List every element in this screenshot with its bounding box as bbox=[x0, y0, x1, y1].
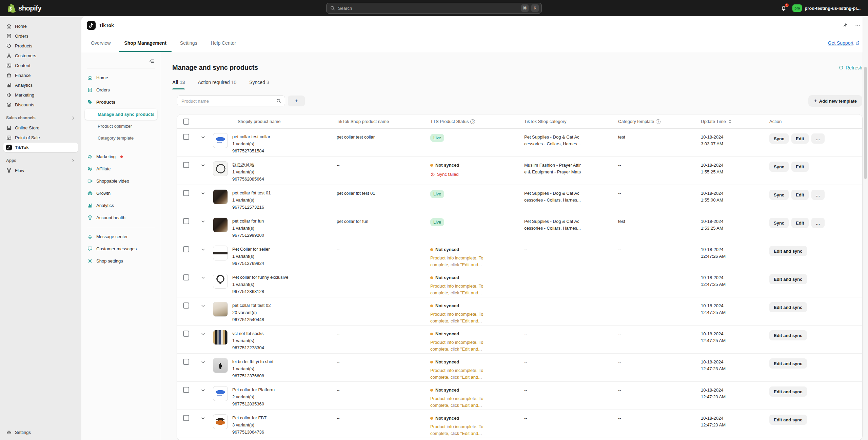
sidebar-item-online-store[interactable]: Online Store bbox=[3, 123, 78, 132]
app-tab-shop-management[interactable]: Shop Management bbox=[124, 34, 166, 52]
expand-row-chevron-icon[interactable] bbox=[201, 332, 205, 336]
row-checkbox[interactable] bbox=[183, 274, 189, 280]
add-new-template-button[interactable]: + Add new template bbox=[808, 95, 862, 107]
app-tab-overview[interactable]: Overview bbox=[91, 34, 111, 52]
expand-row-chevron-icon[interactable] bbox=[201, 275, 205, 280]
product-search-field[interactable] bbox=[177, 96, 285, 106]
app-sidebar-subitem-product-optimizer[interactable]: Product optimizer bbox=[85, 121, 157, 132]
sync-button[interactable]: Sync bbox=[769, 133, 789, 144]
app-tab-help-center[interactable]: Help Center bbox=[211, 34, 236, 52]
row-checkbox[interactable] bbox=[183, 415, 189, 421]
sidebar-item-analytics[interactable]: Analytics bbox=[3, 80, 78, 90]
expand-row-chevron-icon[interactable] bbox=[201, 247, 205, 252]
app-sidebar-item-orders[interactable]: Orders bbox=[84, 84, 158, 96]
expand-row-chevron-icon[interactable] bbox=[201, 416, 205, 421]
help-icon[interactable]: ? bbox=[470, 119, 475, 124]
select-all-checkbox[interactable] bbox=[183, 119, 189, 125]
collapse-sidebar-icon[interactable] bbox=[149, 58, 155, 64]
sidebar-item-discounts[interactable]: Discounts bbox=[3, 100, 78, 109]
pin-app-icon[interactable] bbox=[842, 22, 848, 28]
sidebar-item-tiktok[interactable]: TikTok bbox=[3, 143, 78, 152]
edit-and-sync-button[interactable]: Edit and sync bbox=[769, 274, 807, 284]
sidebar-item-home[interactable]: Home bbox=[3, 21, 78, 31]
row-checkbox[interactable] bbox=[183, 302, 189, 309]
more-actions-button[interactable]: … bbox=[811, 190, 825, 200]
shopify-logo[interactable]: shopify bbox=[7, 3, 41, 13]
edit-and-sync-button[interactable]: Edit and sync bbox=[769, 246, 807, 256]
sidebar-item-marketing[interactable]: Marketing bbox=[3, 90, 78, 100]
tiktok-product-name: -- bbox=[337, 326, 430, 353]
refresh-button[interactable]: Refresh bbox=[839, 65, 862, 70]
row-checkbox[interactable] bbox=[183, 387, 189, 393]
edit-and-sync-button[interactable]: Edit and sync bbox=[769, 302, 807, 312]
app-sidebar-item-affiliate[interactable]: Affiliate bbox=[84, 163, 158, 175]
expand-row-chevron-icon[interactable] bbox=[201, 219, 205, 224]
store-menu[interactable]: pro prod-testing-us-listing-pl... bbox=[792, 4, 861, 12]
sidebar-item-flow[interactable]: Flow bbox=[3, 166, 78, 175]
expand-row-chevron-icon[interactable] bbox=[201, 388, 205, 393]
row-checkbox[interactable] bbox=[183, 359, 189, 365]
filter-tab-all[interactable]: All13 bbox=[172, 80, 185, 89]
sales-channels-header[interactable]: Sales channels bbox=[3, 113, 78, 122]
row-checkbox[interactable] bbox=[183, 218, 189, 224]
sidebar-item-customers[interactable]: Customers bbox=[3, 51, 78, 60]
sidebar-item-settings[interactable]: Settings bbox=[3, 427, 78, 437]
sidebar-item-label: Analytics bbox=[15, 83, 33, 88]
app-sidebar-item-account-health[interactable]: Account health bbox=[84, 212, 158, 224]
app-sidebar-item-message-center[interactable]: Message center bbox=[84, 231, 158, 243]
scrollbar-thumb[interactable] bbox=[864, 67, 867, 179]
expand-row-chevron-icon[interactable] bbox=[201, 360, 205, 364]
more-options-icon[interactable] bbox=[855, 22, 861, 28]
app-sidebar-item-growth[interactable]: Growth bbox=[84, 187, 158, 199]
expand-row-chevron-icon[interactable] bbox=[201, 163, 205, 168]
row-checkbox[interactable] bbox=[183, 134, 189, 140]
row-checkbox[interactable] bbox=[183, 331, 189, 337]
app-tab-settings[interactable]: Settings bbox=[180, 34, 197, 52]
expand-row-chevron-icon[interactable] bbox=[201, 303, 205, 308]
expand-row-chevron-icon[interactable] bbox=[201, 135, 205, 140]
sidebar-item-content[interactable]: Content bbox=[3, 61, 78, 70]
sidebar-item-products[interactable]: Products bbox=[3, 41, 78, 50]
app-sidebar-item-shoppable-video[interactable]: Shoppable video bbox=[84, 175, 158, 187]
app-sidebar-item-shop-settings[interactable]: Shop settings bbox=[84, 255, 158, 267]
edit-and-sync-button[interactable]: Edit and sync bbox=[769, 386, 807, 397]
sidebar-item-finance[interactable]: Finance bbox=[3, 70, 78, 80]
edit-button[interactable]: Edit bbox=[791, 218, 809, 228]
row-checkbox[interactable] bbox=[183, 162, 189, 168]
edit-button[interactable]: Edit bbox=[791, 190, 809, 200]
filter-tab-synced[interactable]: Synced3 bbox=[249, 80, 269, 89]
add-filter-button[interactable]: + bbox=[288, 96, 305, 106]
global-search-input[interactable] bbox=[338, 6, 518, 11]
edit-button[interactable]: Edit bbox=[791, 133, 809, 144]
more-actions-button[interactable]: … bbox=[811, 218, 825, 228]
global-search[interactable]: ⌘ K bbox=[326, 3, 542, 14]
expand-row-chevron-icon[interactable] bbox=[201, 191, 205, 196]
sidebar-item-point-of-sale[interactable]: Point of Sale bbox=[3, 133, 78, 142]
app-sidebar-item-products[interactable]: Products bbox=[84, 96, 158, 108]
app-sidebar-item-home[interactable]: Home bbox=[84, 72, 158, 84]
sync-button[interactable]: Sync bbox=[769, 190, 789, 200]
edit-and-sync-button[interactable]: Edit and sync bbox=[769, 415, 807, 425]
app-sidebar-subitem-manage-and-sync-products[interactable]: Manage and sync products bbox=[85, 109, 157, 120]
sync-button[interactable]: Sync bbox=[769, 218, 789, 228]
apps-header[interactable]: Apps bbox=[3, 156, 78, 165]
app-sidebar-item-analytics[interactable]: Analytics bbox=[84, 200, 158, 211]
edit-and-sync-button[interactable]: Edit and sync bbox=[769, 330, 807, 340]
sync-button[interactable]: Sync bbox=[769, 162, 789, 172]
col-update-time[interactable]: Update Time bbox=[701, 119, 769, 124]
edit-and-sync-button[interactable]: Edit and sync bbox=[769, 358, 807, 369]
more-actions-button[interactable]: … bbox=[811, 133, 825, 144]
edit-button[interactable]: Edit bbox=[791, 162, 809, 172]
app-sidebar-subitem-category-template[interactable]: Category template bbox=[85, 132, 157, 144]
app-sidebar-item-marketing[interactable]: Marketing bbox=[84, 151, 158, 163]
product-search-input[interactable] bbox=[181, 99, 273, 104]
page-scrollbar[interactable] bbox=[863, 16, 868, 440]
row-checkbox[interactable] bbox=[183, 190, 189, 196]
help-icon[interactable]: ? bbox=[656, 119, 660, 124]
notifications-button[interactable]: 1 bbox=[780, 5, 787, 12]
sidebar-item-orders[interactable]: Orders bbox=[3, 31, 78, 41]
get-support-link[interactable]: Get Support bbox=[828, 40, 860, 46]
app-sidebar-item-customer-messages[interactable]: Customer messages bbox=[84, 243, 158, 255]
filter-tab-action-required[interactable]: Action required10 bbox=[198, 80, 236, 89]
row-checkbox[interactable] bbox=[183, 246, 189, 252]
